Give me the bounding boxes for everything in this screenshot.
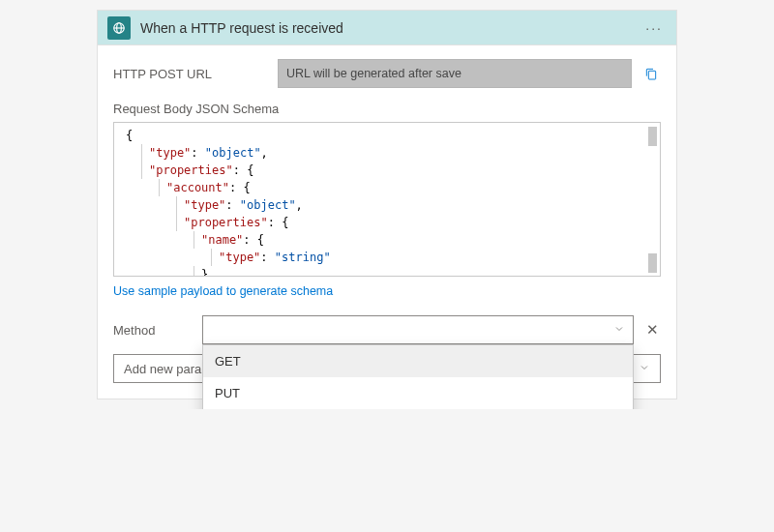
card-body: HTTP POST URL URL will be generated afte… (98, 45, 676, 399)
method-dropdown-panel: GET PUT POST PATCH DELETE Enter custom v… (202, 344, 634, 409)
http-request-icon (107, 16, 131, 40)
svg-rect-3 (648, 71, 655, 79)
method-option-put[interactable]: PUT (203, 377, 633, 409)
method-label: Method (113, 323, 202, 338)
post-url-label: HTTP POST URL (113, 67, 278, 81)
post-url-value: URL will be generated after save (278, 59, 632, 88)
clear-method-button[interactable]: ✕ (643, 321, 661, 339)
method-option-get[interactable]: GET (203, 345, 633, 377)
chevron-down-icon (639, 362, 650, 376)
trigger-card: When a HTTP request is received ··· HTTP… (97, 10, 677, 399)
card-title: When a HTTP request is received (140, 20, 641, 36)
more-options-button[interactable]: ··· (641, 20, 667, 36)
method-row: Method GET PUT POST PATCH DELETE Enter c… (113, 315, 661, 344)
chevron-down-icon (613, 323, 625, 338)
card-header[interactable]: When a HTTP request is received ··· (98, 11, 676, 45)
schema-label: Request Body JSON Schema (113, 102, 661, 116)
copy-icon (643, 66, 659, 81)
copy-url-button[interactable] (641, 64, 661, 83)
json-schema-editor[interactable]: { "type": "object", "properties": { "acc… (113, 122, 661, 277)
method-dropdown[interactable] (202, 315, 634, 344)
use-sample-payload-link[interactable]: Use sample payload to generate schema (113, 284, 333, 298)
post-url-row: HTTP POST URL URL will be generated afte… (113, 59, 661, 88)
